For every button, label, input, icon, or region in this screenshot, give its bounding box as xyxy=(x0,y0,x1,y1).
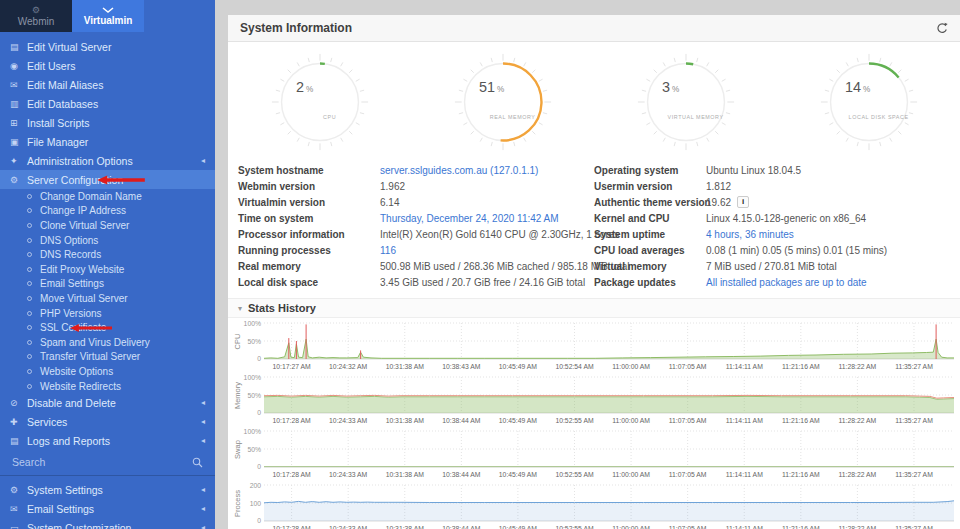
svg-text:11:35:27 AM: 11:35:27 AM xyxy=(895,525,933,529)
info-value[interactable]: Thursday, December 24, 2020 11:42 AM xyxy=(380,213,559,224)
svg-text:10:31:38 AM: 10:31:38 AM xyxy=(386,471,425,478)
refresh-button[interactable] xyxy=(935,22,948,35)
info-value: Intel(R) Xeon(R) Gold 6140 CPU @ 2.30GHz… xyxy=(380,229,619,240)
chart-axis-label-text: Swap xyxy=(233,440,242,459)
sidebar-item-label: System Customization xyxy=(27,522,131,529)
sidebar-item-administration-options[interactable]: ✦Administration Options◂ xyxy=(0,151,215,170)
chart-axis-label: CPU xyxy=(232,322,243,360)
info-value: Ubuntu Linux 18.04.5 xyxy=(706,165,801,176)
sidebar-item-label: File Manager xyxy=(27,136,88,148)
info-label: Local disk space xyxy=(238,277,380,288)
gauge-dial-virtual-memory: 3%VIRTUAL MEMORY xyxy=(636,52,736,152)
bullet-icon xyxy=(27,252,32,257)
sidebar-subitem-clone-virtual-server[interactable]: Clone Virtual Server xyxy=(0,218,215,233)
bullet-icon xyxy=(27,296,32,301)
svg-text:10:45:49 AM: 10:45:49 AM xyxy=(499,525,538,529)
ytick: 200 xyxy=(250,482,261,489)
chart-yticks: 100%50%0 xyxy=(243,374,264,416)
system-info-table: System hostnameserver.sslguides.com.au (… xyxy=(228,156,960,299)
info-label: Operating system xyxy=(594,165,706,176)
chart-plot-process: 10:17:28 AM10:24:33 AM10:31:38 AM10:38:4… xyxy=(264,484,954,529)
svg-text:11:14:11 AM: 11:14:11 AM xyxy=(726,417,763,424)
info-row-real-memory: Real memory500.98 MiB used / 268.36 MiB … xyxy=(238,258,594,274)
sidebar-subitem-website-redirects[interactable]: Website Redirects xyxy=(0,379,215,394)
stats-history-title: Stats History xyxy=(248,302,316,314)
sidebar-subitem-label: Website Redirects xyxy=(40,381,121,392)
sidebar-item-edit-users[interactable]: ◉Edit Users xyxy=(0,56,215,75)
sidebar-item-label: Edit Databases xyxy=(27,98,98,110)
info-value[interactable]: 4 hours, 36 minutes xyxy=(706,229,794,240)
tab-virtualmin[interactable]: Virtualmin xyxy=(72,0,144,32)
svg-text:11:28:22 AM: 11:28:22 AM xyxy=(839,363,877,370)
sidebar-item-label: Install Scripts xyxy=(27,117,89,129)
svg-text:10:38:44 AM: 10:38:44 AM xyxy=(442,525,481,529)
sidebar-item-edit-databases[interactable]: ▥Edit Databases xyxy=(0,94,215,113)
info-label: Time on system xyxy=(238,213,380,224)
info-label: CPU load averages xyxy=(594,245,706,256)
sidebar-item-edit-mail-aliases[interactable]: ✉Edit Mail Aliases xyxy=(0,75,215,94)
sidebar-subitem-website-options[interactable]: Website Options xyxy=(0,364,215,379)
sidebar-subitem-php-versions[interactable]: PHP Versions xyxy=(0,306,215,321)
info-row-processor-information: Processor informationIntel(R) Xeon(R) Go… xyxy=(238,226,594,242)
sidebar-submenu: Change Domain NameChange IP AddressClone… xyxy=(0,189,215,393)
sidebar-item-label: System Settings xyxy=(27,484,103,496)
sidebar-subitem-transfer-virtual-server[interactable]: Transfer Virtual Server xyxy=(0,350,215,365)
info-value[interactable]: 116 xyxy=(380,245,396,256)
sidebar-subitem-email-settings[interactable]: Email Settings xyxy=(0,277,215,292)
sidebar-item-edit-virtual-server[interactable]: ▤Edit Virtual Server xyxy=(0,37,215,56)
sidebar-item-file-manager[interactable]: ▣File Manager xyxy=(0,132,215,151)
svg-text:10:45:49 AM: 10:45:49 AM xyxy=(499,471,538,478)
info-column-right: Operating systemUbuntu Linux 18.04.5User… xyxy=(594,162,950,290)
info-row-time-on-system: Time on systemThursday, December 24, 202… xyxy=(238,210,594,226)
sidebar-item-install-scripts[interactable]: ⊞Install Scripts xyxy=(0,113,215,132)
sidebar-subitem-change-ip-address[interactable]: Change IP Address xyxy=(0,204,215,219)
gauge-local-disk-space: 14%LOCAL DISK SPACE xyxy=(777,52,960,152)
bullet-icon xyxy=(27,208,32,213)
svg-text:10:17:28 AM: 10:17:28 AM xyxy=(273,471,312,478)
svg-text:11:28:22 AM: 11:28:22 AM xyxy=(839,417,877,424)
chart-axis-label: Swap xyxy=(232,430,243,468)
sidebar-subitem-label: Transfer Virtual Server xyxy=(40,351,140,362)
display-icon: ▭ xyxy=(10,523,27,529)
svg-text:10:17:28 AM: 10:17:28 AM xyxy=(273,525,312,529)
svg-text:11:00:00 AM: 11:00:00 AM xyxy=(612,471,650,478)
sidebar-subitem-ssl-certificate[interactable]: SSL Certificate xyxy=(0,320,215,335)
gauge-dial-real-memory: 51%REAL MEMORY xyxy=(453,52,553,152)
sidebar-item-services[interactable]: ✚Services◂ xyxy=(0,412,215,431)
sidebar-item-system-customization[interactable]: ▭System Customization◂ xyxy=(0,518,215,529)
svg-text:11:14:11 AM: 11:14:11 AM xyxy=(726,525,763,529)
info-label: System uptime xyxy=(594,229,706,240)
sidebar-subitem-change-domain-name[interactable]: Change Domain Name xyxy=(0,189,215,204)
logs-icon: ▤ xyxy=(10,436,27,446)
red-arrow-annotation xyxy=(96,174,146,185)
sidebar-item-disable-and-delete[interactable]: ⊘Disable and Delete◂ xyxy=(0,393,215,412)
stats-history-header[interactable]: ▾ Stats History xyxy=(228,299,960,318)
chart-yticks: 100%50%0 xyxy=(243,320,264,362)
bullet-icon xyxy=(27,238,32,243)
info-label: Kernel and CPU xyxy=(594,213,706,224)
info-button[interactable]: i xyxy=(737,196,749,208)
tab-virtualmin-label: Virtualmin xyxy=(84,15,133,26)
sidebar-subitem-spam-and-virus-delivery[interactable]: Spam and Virus Delivery xyxy=(0,335,215,350)
sidebar-item-email-settings[interactable]: ✉Email Settings◂ xyxy=(0,499,215,518)
mail-icon: ✉ xyxy=(10,504,27,514)
sidebar-subitem-label: Website Options xyxy=(40,366,113,377)
info-value[interactable]: All installed packages are up to date xyxy=(706,277,867,288)
sidebar-item-server-configuration[interactable]: ⚙Server Configuration xyxy=(0,170,215,189)
sidebar-item-system-settings[interactable]: ⚙System Settings◂ xyxy=(0,480,215,499)
sidebar-subitem-edit-proxy-website[interactable]: Edit Proxy Website xyxy=(0,262,215,277)
info-value[interactable]: server.sslguides.com.au (127.0.1.1) xyxy=(380,165,538,176)
chevron-down-icon xyxy=(102,7,114,13)
sidebar-subitem-label: Change IP Address xyxy=(40,205,126,216)
tab-webmin[interactable]: ⚙ Webmin xyxy=(0,0,72,32)
chevron-left-icon: ◂ xyxy=(201,523,205,529)
sidebar: ⚙ Webmin Virtualmin ▤Edit Virtual Server… xyxy=(0,0,215,529)
svg-text:11:35:27 AM: 11:35:27 AM xyxy=(895,363,933,370)
sidebar-item-logs-and-reports[interactable]: ▤Logs and Reports◂ xyxy=(0,431,215,450)
sidebar-subitem-dns-records[interactable]: DNS Records xyxy=(0,247,215,262)
sidebar-subitem-dns-options[interactable]: DNS Options xyxy=(0,233,215,248)
sidebar-subitem-move-virtual-server[interactable]: Move Virtual Server xyxy=(0,291,215,306)
refresh-icon xyxy=(935,22,948,35)
ytick: 50% xyxy=(247,392,261,399)
sidebar-search[interactable]: Search xyxy=(0,452,215,472)
